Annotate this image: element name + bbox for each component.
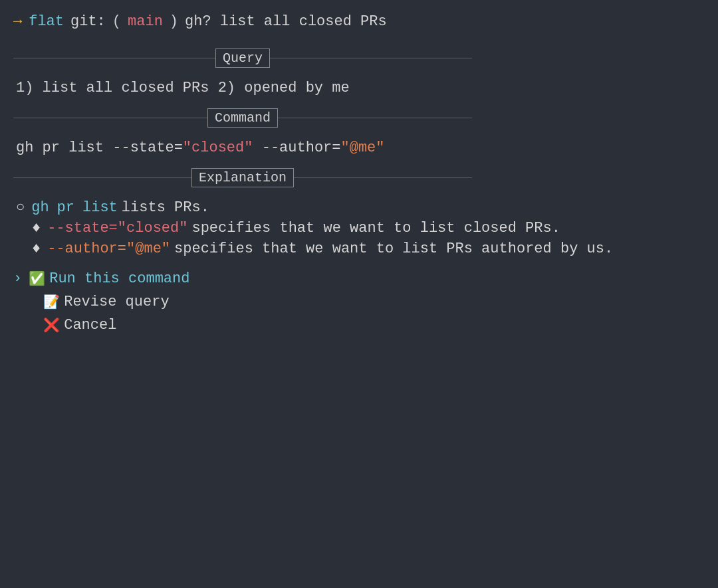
- divider-line-right: [270, 58, 472, 58]
- run-label: Run this command: [49, 270, 189, 287]
- cancel-label: Cancel: [64, 317, 116, 334]
- exp-flag-closed: --state="closed": [47, 220, 187, 237]
- revise-indent: [31, 294, 39, 310]
- explanation-label: Explanation: [191, 168, 294, 187]
- command-label: Command: [207, 108, 278, 128]
- cmd-prefix: gh pr list: [16, 140, 112, 156]
- cmd-flag1-name: --state=: [112, 140, 183, 156]
- explanation-block: ○ gh pr list lists PRs. ♦ --state="close…: [13, 199, 705, 257]
- cancel-indent: [31, 317, 39, 334]
- option-run[interactable]: › ✅ Run this command: [13, 270, 705, 287]
- explanation-bullet2: ♦ --state="closed" specifies that we wan…: [16, 220, 705, 237]
- divider-line-left2: [13, 118, 207, 118]
- terminal-prompt: → flat git:(main) gh? list all closed PR…: [13, 13, 705, 30]
- cancel-emoji: ❌: [43, 317, 60, 334]
- command-text: gh pr list --state="closed" --author="@m…: [13, 140, 705, 156]
- exp-flag-me: --author="@me": [47, 241, 170, 257]
- exp-bullet1-suffix: lists PRs.: [122, 199, 209, 216]
- explanation-divider: Explanation: [13, 168, 472, 187]
- divider-line-left3: [13, 177, 191, 178]
- cmd-flag2-value: "@me": [341, 140, 385, 156]
- command-input: gh? list all closed PRs: [185, 13, 387, 30]
- bullet-diamond-icon2: ♦: [32, 241, 41, 257]
- git-label: git:: [70, 13, 106, 30]
- branch-name: main: [128, 13, 163, 30]
- explanation-bullet3: ♦ --author="@me" specifies that we want …: [16, 241, 705, 257]
- prompt-arrow-icon: →: [13, 13, 22, 30]
- exp-bullet3-text: specifies that we want to list PRs autho…: [174, 241, 613, 257]
- dir-name: flat: [29, 13, 64, 30]
- command-divider: Command: [13, 108, 472, 128]
- branch-close: ): [170, 13, 178, 30]
- revise-emoji: 📝: [43, 294, 60, 310]
- explanation-bullet1: ○ gh pr list lists PRs.: [16, 199, 705, 216]
- query-text: 1) list all closed PRs 2) opened by me: [13, 80, 705, 96]
- divider-line-right3: [294, 177, 472, 178]
- divider-line-right2: [278, 118, 472, 118]
- exp-list: list: [82, 199, 118, 216]
- query-divider: Query: [13, 49, 472, 68]
- exp-gh: gh: [31, 199, 49, 216]
- query-label: Query: [215, 49, 270, 68]
- option-cancel[interactable]: ❌ Cancel: [13, 317, 705, 334]
- cmd-flag2-name: --author=: [253, 140, 340, 156]
- option-selected-arrow: ›: [13, 270, 22, 287]
- revise-label: Revise query: [64, 294, 169, 310]
- option-revise[interactable]: 📝 Revise query: [13, 294, 705, 310]
- cmd-flag1-value: "closed": [183, 140, 253, 156]
- branch-open: (: [112, 13, 121, 30]
- exp-pr: pr: [57, 199, 74, 216]
- options-block: › ✅ Run this command 📝 Revise query ❌ Ca…: [13, 270, 705, 334]
- bullet-diamond-icon1: ♦: [32, 220, 41, 237]
- exp-bullet2-text: specifies that we want to list closed PR…: [191, 220, 560, 237]
- run-emoji: ✅: [29, 270, 45, 287]
- bullet-circle-icon: ○: [16, 199, 25, 216]
- divider-line-left: [13, 58, 215, 58]
